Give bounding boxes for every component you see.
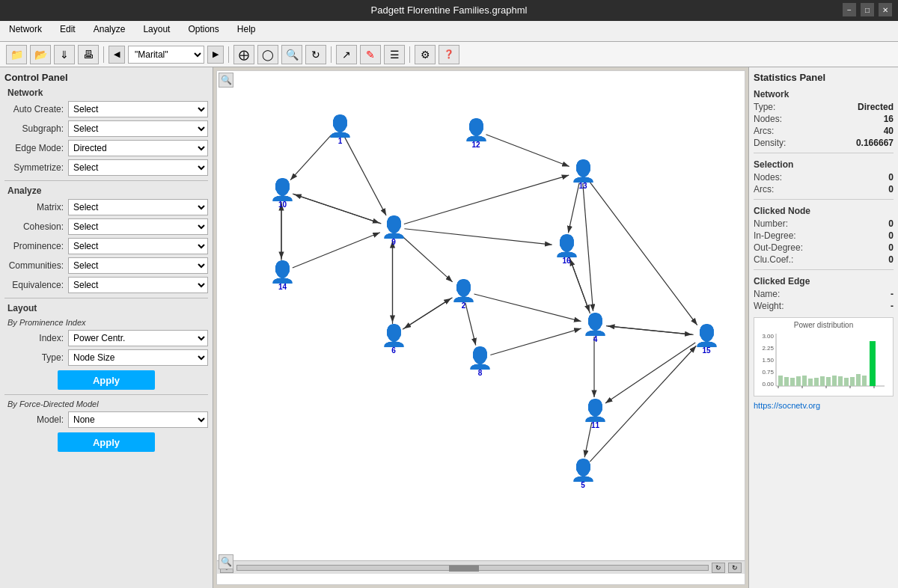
communities-select[interactable]: Select xyxy=(68,257,208,274)
cn-outdegree-stat: Out-Degree: 0 xyxy=(754,242,894,253)
node-icon-1: 👤 xyxy=(327,116,353,137)
menu-network[interactable]: Network xyxy=(6,24,45,38)
node-14[interactable]: 👤14 xyxy=(269,262,296,291)
subgraph-row: Subgraph: Select xyxy=(4,120,208,137)
menu-options[interactable]: Options xyxy=(185,24,222,38)
index-select[interactable]: Power Centr. xyxy=(68,330,208,346)
svg-rect-50 xyxy=(856,374,861,386)
ce-name-label: Name: xyxy=(754,289,780,299)
menu-help[interactable]: Help xyxy=(234,24,259,38)
cohesion-select[interactable]: Select xyxy=(68,218,208,235)
svg-line-26 xyxy=(293,194,379,223)
apply-prominence-button[interactable]: Apply xyxy=(58,370,155,390)
node-16[interactable]: 👤16 xyxy=(554,236,580,265)
model-label: Model: xyxy=(4,414,68,425)
maximize-button[interactable]: □ xyxy=(861,3,874,16)
svg-rect-42 xyxy=(808,379,813,386)
node-1[interactable]: 👤1 xyxy=(327,116,353,145)
scroll-track[interactable] xyxy=(236,565,709,571)
menu-edit[interactable]: Edit xyxy=(57,24,79,38)
nodes-stat-value: 16 xyxy=(884,114,894,124)
help-button[interactable]: ❓ xyxy=(439,45,459,64)
svg-line-11 xyxy=(490,328,581,355)
node-13[interactable]: 👤13 xyxy=(570,161,596,190)
node-icon-12: 👤 xyxy=(463,120,489,141)
apply-force-button[interactable]: Apply xyxy=(58,432,155,452)
cn-outdegree-value: 0 xyxy=(888,242,894,253)
arcs-stat-value: 40 xyxy=(884,126,894,136)
node-2[interactable]: 👤2 xyxy=(450,281,477,310)
menu-layout[interactable]: Layout xyxy=(140,24,173,38)
window-controls: − □ ✕ xyxy=(843,3,892,16)
sel-arcs-label: Arcs: xyxy=(754,184,774,195)
ce-name-value: - xyxy=(891,289,894,299)
svg-rect-43 xyxy=(814,378,819,386)
rotate-button[interactable]: ↻ xyxy=(305,45,326,64)
prev-button[interactable]: ◀ xyxy=(109,46,125,64)
node-icon-5: 👤 xyxy=(570,460,596,481)
print-button[interactable]: 🖶 xyxy=(78,45,99,64)
matrix-select[interactable]: Select xyxy=(68,199,208,215)
node-10[interactable]: 👤10 xyxy=(269,180,296,209)
network-select[interactable]: "Marital" xyxy=(129,49,204,61)
remove-button[interactable]: ◯ xyxy=(257,45,278,64)
edgemode-select[interactable]: Directed Undirected xyxy=(68,140,208,156)
divider-3 xyxy=(4,394,208,395)
autocreate-select[interactable]: Select xyxy=(68,101,208,117)
next-button[interactable]: ▶ xyxy=(207,46,224,64)
graph-canvas[interactable]: 👤1👤2👤4👤5👤6👤8👤9👤10👤11👤12👤13👤14👤15👤16 xyxy=(217,71,745,560)
node-6[interactable]: 👤6 xyxy=(381,325,407,355)
save-button[interactable]: ⇓ xyxy=(54,45,75,64)
symmetrize-select[interactable]: Select xyxy=(68,159,208,176)
svg-rect-37 xyxy=(778,376,783,386)
stats-panel-title: Statistics Panel xyxy=(754,72,894,83)
node-4[interactable]: 👤4 xyxy=(582,314,608,343)
network-section-header: Network xyxy=(7,88,208,98)
type-stat: Type: Directed xyxy=(754,102,894,112)
node-label-8: 8 xyxy=(478,369,483,377)
node-11[interactable]: 👤11 xyxy=(582,400,608,429)
scroll-refresh-button[interactable]: ↻ xyxy=(728,563,742,573)
type-select[interactable]: Node Size xyxy=(68,349,208,366)
chart-title: Power distribution xyxy=(757,321,890,329)
node-5[interactable]: 👤5 xyxy=(570,460,596,489)
node-15[interactable]: 👤15 xyxy=(694,325,720,355)
arrow-tool-button[interactable]: ↗ xyxy=(336,45,357,64)
prominence-label: Prominence: xyxy=(4,241,68,251)
equivalence-select[interactable]: Select xyxy=(68,277,208,293)
network-dropdown[interactable]: "Marital" xyxy=(128,46,204,64)
scroll-forward-button[interactable]: ↻ xyxy=(712,563,725,573)
close-button[interactable]: ✕ xyxy=(879,3,892,16)
autocreate-label: Auto Create: xyxy=(4,104,68,114)
node-label-10: 10 xyxy=(278,200,287,209)
node-8[interactable]: 👤8 xyxy=(467,348,493,377)
zoom-out-corner-button[interactable]: 🔍 xyxy=(219,554,233,569)
node-icon-6: 👤 xyxy=(381,325,407,346)
node-9[interactable]: 👤9 xyxy=(381,217,407,246)
svg-line-21 xyxy=(404,298,453,329)
zoom-fit-button[interactable]: 🔍 xyxy=(281,45,302,64)
edgemode-label: Edge Mode: xyxy=(4,143,68,153)
settings-button[interactable]: ⚙ xyxy=(415,45,436,64)
node-icon-4: 👤 xyxy=(582,314,608,335)
model-select[interactable]: None xyxy=(68,411,208,428)
subgraph-select[interactable]: Select xyxy=(68,120,208,137)
node-12[interactable]: 👤12 xyxy=(463,120,489,149)
pen-tool-button[interactable]: ✎ xyxy=(360,45,381,64)
sel-nodes-label: Nodes: xyxy=(754,172,782,183)
filter-button[interactable]: ☰ xyxy=(384,45,405,64)
open-folder-button[interactable]: 📂 xyxy=(30,45,51,64)
clicked-node-subtitle: Clicked Node xyxy=(754,206,894,216)
ce-name-stat: Name: - xyxy=(754,289,894,299)
sel-arcs-stat: Arcs: 0 xyxy=(754,184,894,195)
density-stat-value: 0.166667 xyxy=(856,138,894,148)
svg-line-18 xyxy=(569,257,590,312)
open-file-button[interactable]: 📁 xyxy=(6,45,27,64)
node-label-11: 11 xyxy=(591,421,599,429)
footer-link[interactable]: https://socnetv.org xyxy=(754,401,894,410)
minimize-button[interactable]: − xyxy=(843,3,856,16)
menu-analyze[interactable]: Analyze xyxy=(91,24,129,38)
node-icon-15: 👤 xyxy=(694,325,720,346)
prominence-select[interactable]: Select xyxy=(68,238,208,254)
add-node-button[interactable]: ⨁ xyxy=(233,45,254,64)
